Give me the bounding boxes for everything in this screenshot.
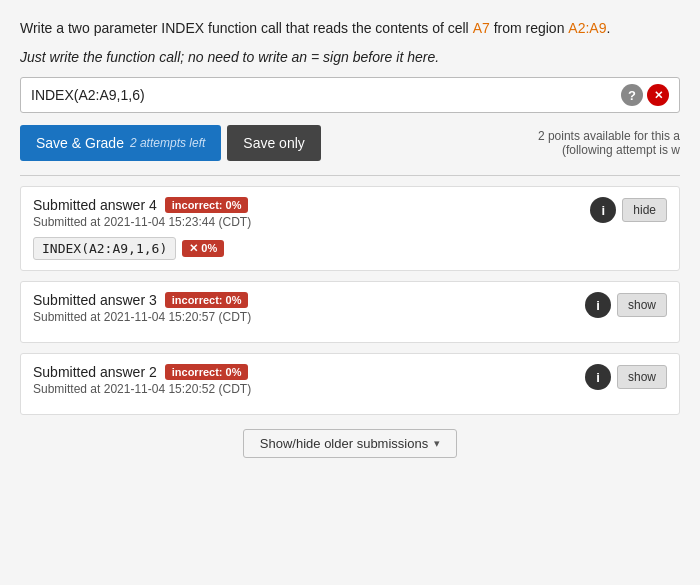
submission-2-info-icon[interactable]: i xyxy=(585,364,611,390)
points-info: 2 points available for this a (following… xyxy=(538,129,680,157)
cell-ref: A7 xyxy=(473,20,490,36)
submission-4-info-icon[interactable]: i xyxy=(590,197,616,223)
submission-2-side: i show xyxy=(585,364,667,390)
submission-3-badge: incorrect: 0% xyxy=(165,292,249,308)
question-line1-pre: Write a two parameter INDEX function cal… xyxy=(20,20,473,36)
input-icons: ? ✕ xyxy=(621,84,669,106)
submission-3-header: Submitted answer 3 incorrect: 0% xyxy=(33,292,667,308)
submission-2-date: Submitted at 2021-11-04 15:20:52 (CDT) xyxy=(33,382,667,396)
region-ref: A2:A9 xyxy=(568,20,606,36)
submission-4-code: INDEX(A2:A9,1,6) xyxy=(33,237,176,260)
question-line1-end: . xyxy=(606,20,610,36)
submission-3-title: Submitted answer 3 xyxy=(33,292,157,308)
submission-2-header: Submitted answer 2 incorrect: 0% xyxy=(33,364,667,380)
question-from-text: from region xyxy=(490,20,569,36)
save-grade-label: Save & Grade xyxy=(36,135,124,151)
submission-4-result-badge: ✕ 0% xyxy=(182,240,224,257)
answer-input-row: ? ✕ xyxy=(20,77,680,113)
submission-item-4: Submitted answer 4 incorrect: 0% Submitt… xyxy=(20,186,680,271)
submission-2-show-button[interactable]: show xyxy=(617,365,667,389)
submission-3-side: i show xyxy=(585,292,667,318)
show-hide-submissions-label: Show/hide older submissions xyxy=(260,436,428,451)
submission-item-3: Submitted answer 3 incorrect: 0% Submitt… xyxy=(20,281,680,343)
answer-input[interactable] xyxy=(31,87,621,103)
points-info-line2: (following attempt is w xyxy=(538,143,680,157)
submission-3-date: Submitted at 2021-11-04 15:20:57 (CDT) xyxy=(33,310,667,324)
question-text: Write a two parameter INDEX function cal… xyxy=(20,18,680,39)
points-info-line1: 2 points available for this a xyxy=(538,129,680,143)
save-grade-button[interactable]: Save & Grade 2 attempts left xyxy=(20,125,221,161)
submission-2-title: Submitted answer 2 xyxy=(33,364,157,380)
show-hide-submissions-row: Show/hide older submissions ▾ xyxy=(20,429,680,458)
submission-3-info-icon[interactable]: i xyxy=(585,292,611,318)
submission-2-badge: incorrect: 0% xyxy=(165,364,249,380)
submission-4-date: Submitted at 2021-11-04 15:23:44 (CDT) xyxy=(33,215,667,229)
main-container: Write a two parameter INDEX function cal… xyxy=(0,0,700,585)
submission-4-title: Submitted answer 4 xyxy=(33,197,157,213)
save-only-button[interactable]: Save only xyxy=(227,125,320,161)
section-divider xyxy=(20,175,680,176)
close-icon[interactable]: ✕ xyxy=(647,84,669,106)
action-row: Save & Grade 2 attempts left Save only 2… xyxy=(20,125,680,161)
submission-3-show-button[interactable]: show xyxy=(617,293,667,317)
help-icon[interactable]: ? xyxy=(621,84,643,106)
submission-4-hide-button[interactable]: hide xyxy=(622,198,667,222)
show-hide-submissions-button[interactable]: Show/hide older submissions ▾ xyxy=(243,429,457,458)
submission-4-side: i hide xyxy=(590,197,667,223)
submission-4-badge: incorrect: 0% xyxy=(165,197,249,213)
attempts-left: 2 attempts left xyxy=(130,136,205,150)
submission-4-answer: INDEX(A2:A9,1,6) ✕ 0% xyxy=(33,237,667,260)
question-instruction: Just write the function call; no need to… xyxy=(20,49,680,65)
submissions-list: Submitted answer 4 incorrect: 0% Submitt… xyxy=(20,186,680,415)
chevron-down-icon: ▾ xyxy=(434,437,440,450)
submission-4-header: Submitted answer 4 incorrect: 0% xyxy=(33,197,667,213)
submission-item-2: Submitted answer 2 incorrect: 0% Submitt… xyxy=(20,353,680,415)
